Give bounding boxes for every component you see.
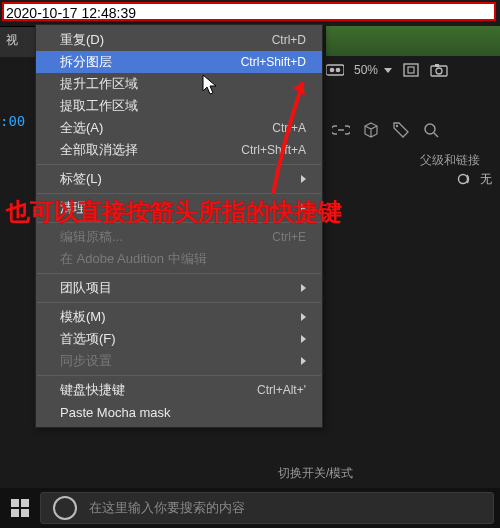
menu-item[interactable]: 键盘快捷键Ctrl+Alt+' [36,379,322,401]
menu-item[interactable]: 提取工作区域 [36,95,322,117]
cube-icon[interactable] [362,121,380,139]
menu-item-label: 全部取消选择 [60,141,138,159]
start-button[interactable] [0,488,40,528]
svg-point-10 [459,175,468,184]
menu-item[interactable]: 首选项(F) [36,328,322,350]
taskbar-search[interactable]: 在这里输入你要搜索的内容 [40,492,494,524]
menu-item[interactable]: 标签(L) [36,168,322,190]
parent-none-label[interactable]: 无 [480,171,492,188]
menu-item: 同步设置 [36,350,322,372]
windows-taskbar: 在这里输入你要搜索的内容 [0,488,500,528]
timestamp-overlay: 2020-10-17 12:48:39 [2,2,496,21]
menu-item-label: 编辑原稿... [60,228,123,246]
menu-item-label: 全选(A) [60,119,103,137]
svg-point-9 [425,124,435,134]
camera-icon[interactable] [430,61,448,79]
menu-separator [37,193,321,194]
menu-item-shortcut: Ctrl+D [272,33,306,47]
svg-rect-12 [21,499,29,507]
cortana-icon [53,496,77,520]
menu-item[interactable]: 拆分图层Ctrl+Shift+D [36,51,322,73]
menu-item-label: 拆分图层 [60,53,112,71]
current-time[interactable]: :00 [0,114,25,128]
menu-separator [37,273,321,274]
menu-item-label: 键盘快捷键 [60,381,125,399]
svg-rect-3 [404,64,418,76]
pickwhip-icon[interactable] [454,170,472,188]
menu-item[interactable]: 全部取消选择Ctrl+Shift+A [36,139,322,161]
menu-item-label: 同步设置 [60,352,112,370]
menu-item-label: 团队项目 [60,279,112,297]
tag-icon[interactable] [392,121,410,139]
search-icon[interactable] [422,121,440,139]
switches-modes-label[interactable]: 切换开关/模式 [278,465,353,482]
menu-item[interactable]: 团队项目 [36,277,322,299]
menu-item-label: Paste Mocha mask [60,405,171,420]
menu-item: 在 Adobe Audition 中编辑 [36,248,322,270]
menu-item-shortcut: Ctrl+Shift+A [241,143,306,157]
menu-item-label: 标签(L) [60,170,102,188]
menu-item-shortcut: Ctrl+A [272,121,306,135]
preview-toolbar: 50% [326,56,500,84]
menu-item[interactable]: Paste Mocha mask [36,401,322,423]
search-placeholder-text: 在这里输入你要搜索的内容 [89,499,245,517]
menu-separator [37,375,321,376]
menu-separator [37,302,321,303]
panel-tab-label[interactable]: 视 [6,32,18,49]
zoom-value: 50% [354,63,378,77]
menu-item: 编辑原稿...Ctrl+E [36,226,322,248]
svg-rect-7 [435,64,439,67]
menu-item[interactable]: 模板(M) [36,306,322,328]
svg-rect-14 [21,509,29,517]
menu-item-shortcut: Ctrl+Alt+' [257,383,306,397]
bounds-icon[interactable] [402,61,420,79]
menu-item-label: 首选项(F) [60,330,116,348]
menu-item-label: 提取工作区域 [60,97,138,115]
menu-item-shortcut: Ctrl+Shift+D [241,55,306,69]
menu-item-label: 重复(D) [60,31,104,49]
zoom-dropdown[interactable]: 50% [354,63,392,77]
svg-rect-13 [11,509,19,517]
svg-rect-11 [11,499,19,507]
svg-point-1 [330,68,335,73]
column-parent-link: 父级和链接 [420,152,480,169]
menu-item-label: 在 Adobe Audition 中编辑 [60,250,207,268]
timeline-icon-row [326,118,498,142]
preview-panel-bg [326,26,500,56]
menu-item-shortcut: Ctrl+E [272,230,306,244]
annotation-text: 也可以直接按箭头所指的快捷键 [6,196,342,228]
mask-icon[interactable] [326,61,344,79]
menu-item[interactable]: 重复(D)Ctrl+D [36,29,322,51]
menu-separator [37,164,321,165]
menu-item[interactable]: 提升工作区域 [36,73,322,95]
svg-rect-0 [326,65,344,75]
svg-point-6 [436,68,442,74]
menu-item-label: 提升工作区域 [60,75,138,93]
svg-point-2 [336,68,341,73]
menu-item-label: 模板(M) [60,308,106,326]
link-icon[interactable] [332,121,350,139]
layer-parent-row: 无 [454,170,492,188]
menu-item[interactable]: 全选(A)Ctrl+A [36,117,322,139]
svg-point-8 [396,125,398,127]
svg-rect-4 [408,67,414,73]
